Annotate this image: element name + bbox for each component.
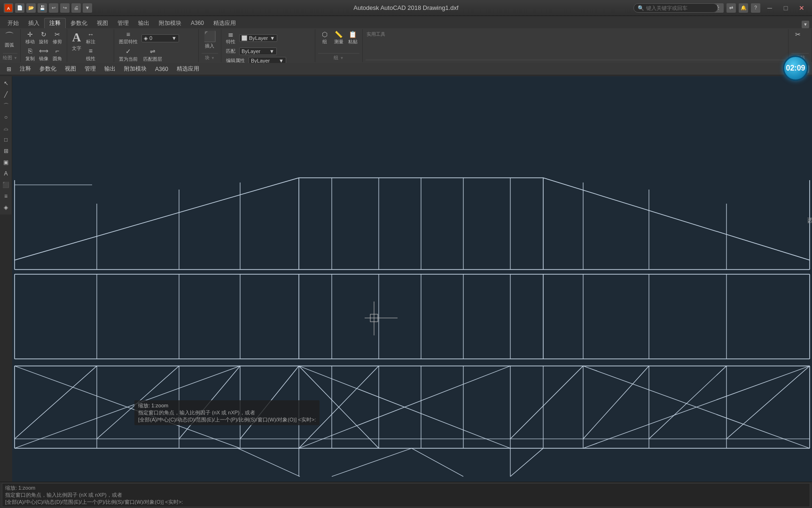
move-button[interactable]: ✛移动 xyxy=(23,30,37,46)
tab-start[interactable]: 开始 xyxy=(3,18,23,28)
save-icon[interactable]: 💾 xyxy=(38,3,47,13)
left-toolbar: ↖ ╱ ⌒ ○ ⌓ □ ⊞ ▣ A ⬛ ≡ ◈ xyxy=(0,76,12,214)
app-title: Autodesk AutoCAD 2018 Drawing1.dxf xyxy=(353,4,458,11)
lt-insert[interactable]: ⬛ xyxy=(1,180,11,190)
move-icon: ✛ xyxy=(27,31,33,38)
bylayer-linetype-label: ByLayer xyxy=(242,48,260,54)
props-icon: ≣ xyxy=(228,31,234,38)
redo-icon[interactable]: ↪ xyxy=(60,3,70,13)
bylayer-lineweight-arrow: ▼ xyxy=(279,58,284,63)
set-current-icon: ✓ xyxy=(125,48,131,55)
autocad-logo-icon: A xyxy=(4,3,13,13)
ribbon-tabs: 开始 插入 注释 参数化 视图 管理 输出 附加模块 A360 精选应用 ▼ xyxy=(0,16,812,28)
help-icon[interactable]: ? xyxy=(751,3,760,13)
mirror-icon: ⟺ xyxy=(39,48,48,55)
timer-badge: 02:09 xyxy=(783,56,808,81)
mirror-button[interactable]: ⟺镜像 xyxy=(37,47,50,63)
text-button[interactable]: A 文字 xyxy=(70,30,83,53)
close-button[interactable]: ✕ xyxy=(795,3,808,13)
paste-button[interactable]: 📋粘贴 xyxy=(346,30,359,46)
copy-button[interactable]: ⎘复制 xyxy=(23,47,37,63)
lt-select[interactable]: ↖ xyxy=(1,78,11,88)
bylayer-linetype-dropdown[interactable]: ByLayer ▼ xyxy=(239,48,277,55)
lt-polyline[interactable]: ⌒ xyxy=(1,101,11,111)
bylayer-color-label: ByLayer xyxy=(249,35,268,41)
measure-button[interactable]: 📏测量 xyxy=(332,30,345,46)
more-tools-icon[interactable]: ▼ xyxy=(83,3,92,13)
layer-dropdown[interactable]: ◈ 0 ▼ xyxy=(141,34,179,42)
bylayer-color-arrow: ▼ xyxy=(270,35,275,41)
canvas-area[interactable]: 西 缩放: 1:zoom 指定窗口的角点，输入比例因子 (nX 或 nXP)，或… xyxy=(12,76,812,482)
tab-output[interactable]: 输出 xyxy=(133,18,154,28)
arc-icon: ⌒ xyxy=(5,31,14,41)
lt-line[interactable]: ╱ xyxy=(1,89,11,100)
exchange-icon[interactable]: ⇄ xyxy=(726,3,736,13)
svg-text:西: 西 xyxy=(807,217,812,224)
menu-item-addins[interactable]: 附加模块 xyxy=(120,64,150,74)
clipboard-paste-button[interactable]: ✂ xyxy=(791,30,804,39)
arc-button[interactable]: ⌒ 圆弧 xyxy=(3,30,16,49)
lt-arc[interactable]: ⌓ xyxy=(1,123,11,134)
menu-item-home[interactable]: ⊞ xyxy=(3,65,15,73)
tab-parametric[interactable]: 参数化 xyxy=(66,18,92,28)
lt-hatch[interactable]: ⊞ xyxy=(1,146,11,156)
lt-properties[interactable]: ≡ xyxy=(1,191,11,201)
new-file-icon[interactable]: 📄 xyxy=(15,3,24,13)
group-group-label[interactable]: 组 ▼ xyxy=(318,53,359,62)
block-group-arrow: ▼ xyxy=(211,56,215,60)
insert-button[interactable]: ⬛ 插入 xyxy=(202,30,218,50)
menu-item-annotation[interactable]: 注释 xyxy=(16,64,35,74)
tab-insert[interactable]: 插入 xyxy=(23,18,44,28)
lt-region[interactable]: ▣ xyxy=(1,157,11,167)
menu-item-output[interactable]: 输出 xyxy=(101,64,119,74)
draw-group-label[interactable]: 绘图 ▼ xyxy=(3,53,17,62)
menu-item-featured[interactable]: 精选应用 xyxy=(173,64,203,74)
cmd-line-3: [全部(A)/中心(C)/动态(D)/范围(E)/上一个(P)/比例(S)/窗口… xyxy=(5,499,807,506)
lt-rectangle[interactable]: □ xyxy=(1,135,11,145)
title-bar-left: A 📄 📂 💾 ↩ ↪ 🖨 ▼ xyxy=(4,3,92,13)
tab-addins[interactable]: 附加模块 xyxy=(154,18,186,28)
bylayer-lineweight-dropdown[interactable]: ByLayer ▼ xyxy=(249,57,286,63)
ribbon-group-block: ⬛ 插入 块 ▼ xyxy=(199,29,221,62)
maximize-button[interactable]: □ xyxy=(779,3,792,13)
group-group-arrow: ▼ xyxy=(340,56,344,60)
bylayer-color-dropdown[interactable]: ByLayer ▼ xyxy=(239,34,277,42)
linetype-button[interactable]: ≡线性 xyxy=(84,47,97,63)
tab-manage[interactable]: 管理 xyxy=(113,18,133,28)
menu-item-view[interactable]: 视图 xyxy=(61,64,80,74)
lt-layer[interactable]: ◈ xyxy=(1,202,11,213)
props-button[interactable]: ≣ 特性 xyxy=(224,30,237,46)
tab-annotation[interactable]: 注释 xyxy=(44,18,66,28)
menu-item-parametric[interactable]: 参数化 xyxy=(36,64,60,74)
tab-a360[interactable]: A360 xyxy=(186,18,209,28)
lt-text[interactable]: A xyxy=(1,168,11,179)
match-layer-button[interactable]: ⇌匹配图层 xyxy=(141,47,164,63)
tab-view[interactable]: 视图 xyxy=(92,18,113,28)
ribbon-group-utilities: ⬡组 📏测量 📋粘贴 组 ▼ xyxy=(315,29,363,62)
trim-button[interactable]: ✂修剪 xyxy=(51,30,64,46)
layer-props-button[interactable]: ≡ 图层特性 xyxy=(117,30,140,46)
minimize-button[interactable]: ─ xyxy=(763,3,776,13)
layer-icon: ◈ xyxy=(144,35,148,41)
search-bar[interactable]: 🔍 xyxy=(633,3,718,13)
ribbon-options-icon[interactable]: ▼ xyxy=(802,21,809,28)
notification-icon[interactable]: 🔔 xyxy=(739,3,748,13)
tab-featured[interactable]: 精选应用 xyxy=(209,18,241,28)
undo-icon[interactable]: ↩ xyxy=(49,3,58,13)
match-props-button[interactable]: 匹配 xyxy=(224,47,237,56)
dimension-button[interactable]: ↔标注 xyxy=(84,30,97,46)
block-group-label[interactable]: 块 ▼ xyxy=(202,53,218,62)
menu-item-a360[interactable]: A360 xyxy=(151,65,172,73)
rotate-button[interactable]: ↻旋转 xyxy=(37,30,50,46)
fillet-button[interactable]: ⌐圆角 xyxy=(51,47,64,63)
group-button[interactable]: ⬡组 xyxy=(318,30,331,46)
set-current-button[interactable]: ✓置为当前 xyxy=(117,47,140,63)
color-swatch xyxy=(242,35,247,41)
edit-attrs-button[interactable]: 编辑属性 xyxy=(224,56,247,63)
open-file-icon[interactable]: 📂 xyxy=(26,3,36,13)
menu-item-manage[interactable]: 管理 xyxy=(81,64,100,74)
search-input[interactable] xyxy=(646,5,712,11)
lt-circle[interactable]: ○ xyxy=(1,112,11,122)
print-icon[interactable]: 🖨 xyxy=(71,3,81,13)
svg-rect-2 xyxy=(12,81,812,476)
